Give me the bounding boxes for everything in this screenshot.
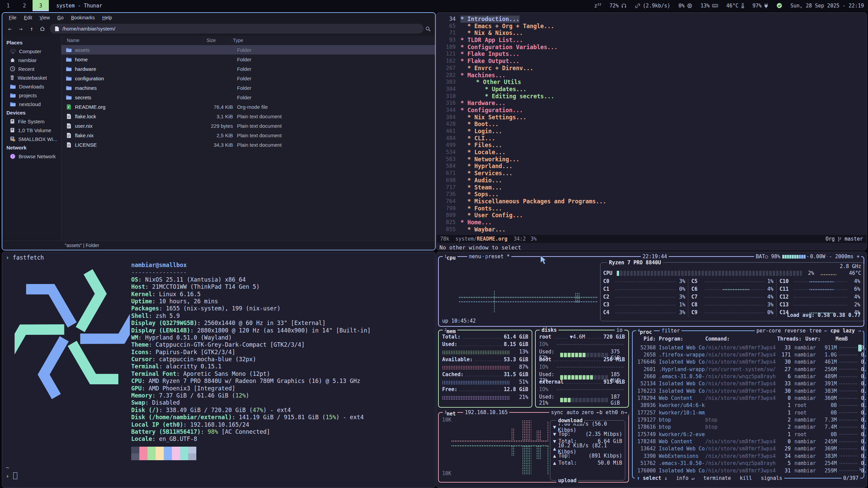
org-heading-line[interactable]: 717* Steam... bbox=[439, 184, 865, 191]
org-heading-line[interactable]: 563* Networking... bbox=[439, 156, 865, 163]
net-box-label[interactable]: 3net bbox=[443, 409, 457, 417]
disks-box-label[interactable]: disks bbox=[540, 327, 558, 333]
org-heading-line[interactable]: 698* Audio... bbox=[439, 177, 865, 184]
home-button[interactable] bbox=[38, 24, 47, 34]
terminate-button[interactable]: terminate bbox=[704, 475, 731, 481]
process-row[interactable]: 2660.emacs-31.0.50-/nix/store/wnqz5pa8ra… bbox=[635, 373, 862, 380]
column-size[interactable]: Size bbox=[204, 37, 230, 44]
file-row-license[interactable]: LICENSE34,3 KiBPlain text document bbox=[61, 140, 435, 149]
org-heading-line[interactable]: 93* TLDR App List... bbox=[439, 37, 865, 44]
up-button[interactable]: ↑ bbox=[27, 24, 36, 34]
cpu-box-label[interactable]: 1cpu bbox=[443, 253, 457, 261]
path-bar[interactable]: /home/nambiar/system/ bbox=[50, 24, 423, 34]
org-heading-line[interactable]: 34* Introduction... bbox=[439, 16, 865, 23]
io-toggle[interactable]: io bbox=[615, 327, 624, 333]
org-heading-line[interactable]: 764* Miscellaneous Packages and Programs… bbox=[439, 198, 865, 205]
org-heading-line[interactable]: 267* Envrc + Direnv... bbox=[439, 65, 865, 72]
org-heading-line[interactable]: 344* Configuration... bbox=[439, 107, 865, 114]
kill-button[interactable]: kill bbox=[740, 475, 752, 481]
org-heading-line[interactable]: 384* Nix Settings... bbox=[439, 114, 865, 121]
process-row[interactable]: 3390WebExtensions/nix/store/sm8fmrf3wps4… bbox=[635, 452, 862, 460]
org-heading-line[interactable]: 109* Configuration Variables... bbox=[439, 44, 865, 51]
process-row[interactable]: 52134Isolated Web Co/nix/store/sm8fmrf3w… bbox=[635, 380, 862, 387]
org-heading-line[interactable]: 316* Hardware... bbox=[439, 100, 865, 107]
workspace-3[interactable]: 3 bbox=[33, 0, 49, 11]
tree-toggle[interactable]: tree bbox=[808, 328, 823, 334]
reverse-toggle[interactable]: reverse bbox=[783, 328, 807, 334]
process-row[interactable]: 2601.Hyprland-wrapp/run/current-system/s… bbox=[635, 366, 862, 373]
search-button[interactable] bbox=[423, 24, 432, 33]
org-heading-line[interactable]: 671* Services... bbox=[439, 170, 865, 177]
org-heading-line[interactable]: 121* Flake Inputs... bbox=[439, 50, 865, 58]
info-button[interactable]: info ↵ bbox=[676, 475, 694, 481]
file-row-hardware[interactable]: hardwareFolder bbox=[61, 64, 435, 74]
shell-prompt[interactable]: › bbox=[6, 472, 17, 480]
org-heading-line[interactable]: 71* Nix & Nixos... bbox=[439, 29, 865, 37]
workspace-2[interactable]: 2 bbox=[16, 0, 33, 11]
org-heading-line[interactable]: 65* Emacs + Org + Tangle... bbox=[439, 23, 865, 30]
net-zero-button[interactable]: zero bbox=[580, 409, 595, 415]
process-row[interactable]: 51762.emacs-31.0.50-/nix/store/wnqz5pa8r… bbox=[635, 460, 862, 467]
process-row[interactable]: 38936kworker/u64:6-kc1root0B0.0 bbox=[635, 402, 862, 409]
org-heading-line[interactable]: 736* Sops... bbox=[439, 191, 865, 198]
org-heading-line[interactable]: 310* Editing secrets... bbox=[439, 93, 865, 100]
process-row[interactable]: 178248Web Content/nix/store/sm8fmrf3wps4… bbox=[635, 438, 862, 445]
org-heading-line[interactable]: 799* Fonts... bbox=[439, 205, 865, 212]
file-row-assets[interactable]: assetsFolder bbox=[61, 45, 435, 55]
sidebar-item-projects[interactable]: projects bbox=[2, 91, 61, 100]
signals-button[interactable]: signals bbox=[761, 475, 782, 481]
file-row-readme-org[interactable]: README.org76,4 KiBOrg-mode file bbox=[61, 102, 435, 111]
sidebar-item-1-0-tb-volume[interactable]: 1,0 TB Volume bbox=[2, 126, 61, 135]
process-row[interactable]: 177257kworker/10:1-mm_1root0B0.0 bbox=[635, 409, 862, 416]
workspace-1[interactable]: 1 bbox=[0, 0, 16, 11]
forward-button[interactable]: → bbox=[16, 24, 25, 34]
process-row[interactable]: 13642Isolated Web Co/nix/store/sm8fmrf3w… bbox=[635, 445, 862, 452]
process-row[interactable]: 176223Isolated Web Co/nix/store/sm8fmrf3… bbox=[635, 387, 862, 394]
sidebar-item-smallbox-wi-[interactable]: SMALLBOX Wi... bbox=[2, 135, 61, 143]
menu-edit[interactable]: Edit bbox=[20, 13, 36, 22]
file-row-user-nix[interactable]: user.nix229 bytesPlain text document bbox=[61, 121, 435, 130]
org-heading-line[interactable]: 499* Files... bbox=[439, 142, 865, 149]
mem-box-label[interactable]: 2mem bbox=[443, 327, 457, 334]
menu-view[interactable]: View bbox=[36, 13, 54, 22]
back-button[interactable]: ← bbox=[5, 24, 15, 34]
file-row-secrets[interactable]: secretsFolder bbox=[61, 93, 435, 102]
net-iface-switch[interactable]: ←b eth0 n→ bbox=[595, 409, 629, 415]
org-heading-line[interactable]: 584* Hyprland... bbox=[439, 163, 865, 170]
process-row[interactable]: 179127btopbtop2nambiar7.3M0.0 bbox=[635, 416, 862, 423]
org-heading-line[interactable]: 304* Updates... bbox=[439, 86, 865, 93]
process-row[interactable]: 2658.firefox-wrappe/nix/store/sm8fmrf3wp… bbox=[635, 351, 862, 358]
net-auto-button[interactable]: auto bbox=[565, 409, 580, 415]
sidebar-item-nambiar[interactable]: nambiar bbox=[2, 56, 61, 64]
org-heading-line[interactable]: 162* Flake Output... bbox=[439, 58, 865, 65]
sort-selector[interactable]: ← cpu lazy → bbox=[823, 328, 863, 334]
preset-button[interactable]: preset * bbox=[484, 253, 511, 260]
process-row[interactable]: 175749kworker/6:2-even1root0B0.0 bbox=[635, 431, 862, 438]
sidebar-item-browse-network[interactable]: Browse Network bbox=[2, 152, 61, 161]
org-heading-line[interactable]: 484* CLI... bbox=[439, 135, 865, 142]
org-heading-line[interactable]: 534* Locale... bbox=[439, 149, 865, 156]
proc-scrollbar[interactable] bbox=[858, 345, 862, 351]
process-row[interactable]: 176646Isolated Web Co/nix/store/sm8fmrf3… bbox=[635, 359, 862, 366]
menu-button[interactable]: menu bbox=[467, 253, 483, 260]
sidebar-item-computer[interactable]: Computer bbox=[2, 47, 61, 56]
column-name[interactable]: Name bbox=[61, 37, 204, 44]
net-sync-button[interactable]: sync bbox=[549, 409, 565, 415]
sidebar-item-wastebasket[interactable]: Wastebasket bbox=[2, 73, 61, 82]
file-row-machines[interactable]: machinesFolder bbox=[61, 83, 435, 93]
sidebar-item-recent[interactable]: Recent bbox=[2, 64, 61, 73]
org-heading-line[interactable]: 825* Home... bbox=[439, 219, 865, 226]
sidebar-item-file-system[interactable]: File System bbox=[2, 117, 61, 126]
org-heading-line[interactable]: 428* Boot... bbox=[439, 121, 865, 128]
org-heading-line[interactable]: 809* User Config... bbox=[439, 212, 865, 219]
process-row[interactable]: 178616btopbtop2nambiar7.4M0.0 bbox=[635, 424, 862, 431]
menu-go[interactable]: Go bbox=[54, 13, 67, 22]
sidebar-item-nextcloud[interactable]: nextcloud bbox=[2, 100, 61, 108]
org-heading-line[interactable]: 461* Login... bbox=[439, 128, 865, 135]
file-row-flake-lock[interactable]: flake.lock3,1 KiBPlain text document bbox=[61, 111, 435, 121]
proc-box-label[interactable]: 4proc bbox=[636, 328, 654, 335]
select-hint[interactable]: ↑ select ↓ bbox=[637, 475, 667, 481]
org-heading-line[interactable]: 282* Machines... bbox=[439, 72, 865, 79]
menu-file[interactable]: File bbox=[5, 13, 20, 22]
per-core-toggle[interactable]: per-core bbox=[755, 328, 783, 334]
